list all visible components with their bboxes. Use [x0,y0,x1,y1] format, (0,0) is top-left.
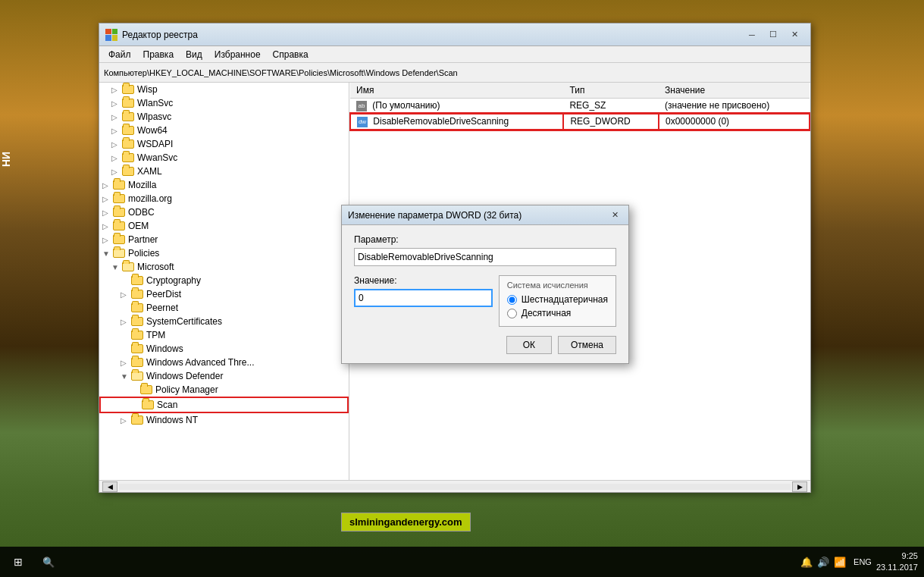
scroll-right[interactable]: ▶ [792,481,807,492]
param-label: Параметр: [354,234,616,245]
cancel-button[interactable]: Отмена [558,336,616,354]
tree-item-wisp[interactable]: ▷ Wisp [99,83,349,96]
folder-icon [122,167,134,176]
dword-buttons: ОК Отмена [354,336,616,354]
tree-item-windows[interactable]: Windows [99,342,349,356]
folder-icon [131,303,143,312]
value-input[interactable] [354,289,493,307]
dword-close-button[interactable]: ✕ [607,209,622,222]
tree-item-windows-nt[interactable]: ▷ Windows NT [99,413,349,427]
dword-row: Значение: Система исчисления Шестнадцате… [354,275,616,327]
folder-icon [131,290,143,299]
folder-icon [113,221,125,230]
window-controls: ─ ☐ ✕ [742,27,804,42]
folder-icon [131,276,143,285]
folder-icon [131,372,143,381]
taskbar: ⊞ 🔍 🔔 🔊 📶 ENG 9:25 23.11.2017 [0,547,924,577]
folder-icon [122,112,134,121]
notification-icon[interactable]: 🔔 [800,557,813,568]
tree-item-oem[interactable]: ▷ OEM [99,219,349,233]
tree-item-wlpasvc[interactable]: ▷ Wlpasvc [99,110,349,124]
start-button[interactable]: ⊞ [3,547,33,577]
tree-item-partner[interactable]: ▷ Partner [99,233,349,246]
maximize-button[interactable]: ☐ [763,27,783,42]
tree-item-windows-advanced[interactable]: ▷ Windows Advanced Thre... [99,356,349,369]
tree-item-xaml[interactable]: ▷ XAML [99,165,349,178]
scroll-track-h [119,484,791,490]
left-edge-text: ИН [0,152,12,167]
clock-time: 9:25 [876,550,918,562]
menu-help[interactable]: Справка [267,48,315,61]
taskbar-right: 🔔 🔊 📶 ENG 9:25 23.11.2017 [800,550,924,574]
tree-item-policies[interactable]: ▼ Policies [99,246,349,260]
close-button[interactable]: ✕ [785,27,804,42]
folder-icon [131,331,143,340]
reg-icon-dword: dw [357,117,368,127]
folder-icon [122,140,134,149]
folder-icon [131,358,143,367]
tree-item-systemcertificates[interactable]: ▷ SystemCertificates [99,315,349,328]
tree-panel: ▷ Wisp ▷ WlanSvc ▷ Wlpasvc ▷ Wow [99,83,349,480]
horizontal-scrollbar[interactable]: ◀ ▶ [99,480,810,492]
registry-table: Имя Тип Значение ab (По умолчанию) REG_S… [349,83,810,130]
col-type: Тип [563,83,659,99]
folder-icon [122,99,134,108]
volume-icon[interactable]: 🔊 [817,557,829,568]
menu-edit[interactable]: Правка [137,48,180,61]
value-label: Значение: [354,275,493,286]
folder-icon [131,416,143,425]
folder-icon [142,400,154,409]
param-input[interactable] [354,248,616,266]
menu-file[interactable]: Файл [102,48,137,61]
tree-item-windows-defender[interactable]: ▼ Windows Defender [99,369,349,383]
folder-icon [113,249,125,258]
address-text: Компьютер\HKEY_LOCAL_MACHINE\SOFTWARE\Po… [104,68,458,77]
tree-item-wlansvc[interactable]: ▷ WlanSvc [99,96,349,110]
tree-item-mozillaorg[interactable]: ▷ mozilla.org [99,192,349,205]
menu-bar: Файл Правка Вид Избранное Справка [99,46,810,63]
window-title: Редактор реестра [122,30,742,40]
table-row-highlighted[interactable]: dw DisableRemovableDriveScanning REG_DWO… [350,114,810,130]
folder-icon [122,85,134,94]
folder-icon [131,344,143,353]
tree-item-scan[interactable]: Scan [99,397,349,413]
clock-date: 23.11.2017 [876,562,918,573]
tree-item-mozilla[interactable]: ▷ Mozilla [99,178,349,192]
title-bar: Редактор реестра ─ ☐ ✕ [99,24,810,46]
reg-icon-sz: ab [356,101,367,111]
app-icon [105,29,117,41]
watermark: slminingandenergy.com [341,513,471,532]
minimize-button[interactable]: ─ [742,27,762,42]
tree-item-peerdist[interactable]: ▷ PeerDist [99,287,349,301]
folder-icon [113,180,125,190]
dword-dialog: Изменение параметра DWORD (32 бита) ✕ Па… [341,205,629,364]
search-button[interactable]: 🔍 [36,557,61,568]
tree-item-cryptography[interactable]: Cryptography [99,274,349,287]
network-icon[interactable]: 📶 [834,557,846,568]
tree-item-wow64[interactable]: ▷ Wow64 [99,124,349,137]
radios-area: Система исчисления Шестнадцатеричная Дес… [499,275,616,327]
scroll-left[interactable]: ◀ [102,481,117,492]
tree-item-peernet[interactable]: Peernet [99,301,349,315]
tree-item-microsoft[interactable]: ▼ Microsoft [99,260,349,274]
radio-dec[interactable]: Десятичная [507,308,608,318]
tree-item-policy-manager[interactable]: Policy Manager [99,383,349,397]
tree-item-wsdapi[interactable]: ▷ WSDAPI [99,137,349,151]
tree-scroll[interactable]: ▷ Wisp ▷ WlanSvc ▷ Wlpasvc ▷ Wow [99,83,349,480]
tree-item-wwansvc[interactable]: ▷ WwanSvc [99,151,349,165]
dword-dialog-title: Изменение параметра DWORD (32 бита) ✕ [342,205,628,225]
language-indicator[interactable]: ENG [854,557,872,566]
folder-icon [122,153,134,162]
menu-view[interactable]: Вид [180,48,208,61]
tree-item-odbc[interactable]: ▷ ODBC [99,205,349,219]
col-name: Имя [350,83,563,99]
folder-icon [113,235,125,244]
table-row[interactable]: ab (По умолчанию) REG_SZ (значение не пр… [350,99,810,114]
menu-favorites[interactable]: Избранное [208,48,267,61]
dword-dialog-body: Параметр: Значение: Система исчисления Ш… [342,225,628,363]
ok-button[interactable]: ОК [506,336,552,354]
radio-hex[interactable]: Шестнадцатеричная [507,294,608,305]
tree-item-tpm[interactable]: TPM [99,328,349,342]
folder-icon [113,194,125,203]
folder-icon [122,262,134,271]
